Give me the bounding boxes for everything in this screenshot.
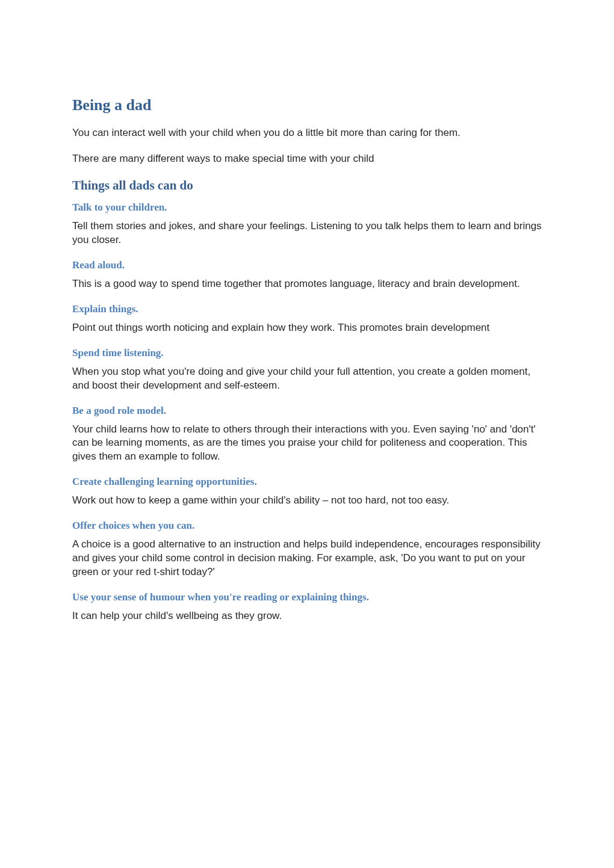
content-section: Explain things. Point out things worth n… (72, 303, 542, 335)
subsection-heading: Be a good role model. (72, 405, 542, 417)
content-section: Use your sense of humour when you're rea… (72, 591, 542, 623)
content-section: Be a good role model. Your child learns … (72, 405, 542, 464)
body-text: This is a good way to spend time togethe… (72, 277, 542, 291)
body-text: Tell them stories and jokes, and share y… (72, 220, 542, 247)
document-page: Being a dad You can interact well with y… (0, 0, 614, 868)
body-text: It can help your child's wellbeing as th… (72, 609, 542, 623)
subsection-heading: Talk to your children. (72, 202, 542, 214)
subsection-heading: Offer choices when you can. (72, 520, 542, 532)
body-text: Work out how to keep a game within your … (72, 494, 542, 508)
body-text: When you stop what you're doing and give… (72, 365, 542, 393)
intro-paragraph: You can interact well with your child wh… (72, 126, 542, 140)
body-text: A choice is a good alternative to an ins… (72, 538, 542, 579)
body-text: Your child learns how to relate to other… (72, 423, 542, 464)
content-section: Read aloud. This is a good way to spend … (72, 259, 542, 291)
subsection-heading: Explain things. (72, 303, 542, 315)
page-title: Being a dad (72, 96, 542, 114)
body-text: Point out things worth noticing and expl… (72, 321, 542, 335)
section-heading: Things all dads can do (72, 178, 542, 193)
subsection-heading: Spend time listening. (72, 347, 542, 359)
subsection-heading: Read aloud. (72, 259, 542, 271)
content-section: Create challenging learning opportunitie… (72, 476, 542, 508)
subsection-heading: Use your sense of humour when you're rea… (72, 591, 542, 603)
content-section: Talk to your children. Tell them stories… (72, 202, 542, 247)
subsection-heading: Create challenging learning opportunitie… (72, 476, 542, 488)
content-section: Offer choices when you can. A choice is … (72, 520, 542, 579)
intro-paragraph: There are many different ways to make sp… (72, 152, 542, 166)
content-section: Spend time listening. When you stop what… (72, 347, 542, 393)
